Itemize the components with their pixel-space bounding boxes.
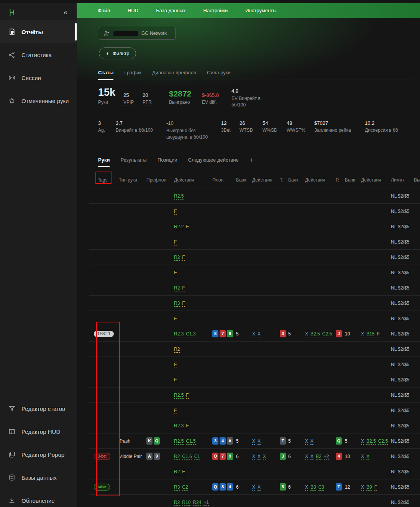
menu-item[interactable]: Файл bbox=[89, 8, 119, 13]
column-header[interactable]: Tags bbox=[89, 177, 118, 183]
action-token[interactable]: R3 bbox=[174, 484, 180, 491]
action-token[interactable]: R2.2 bbox=[174, 224, 184, 230]
action-token[interactable]: X bbox=[252, 484, 255, 491]
sidebar-item-редактор-popup[interactable]: Редактор Popup bbox=[0, 443, 77, 466]
action-token[interactable]: F bbox=[186, 224, 189, 230]
action-token[interactable]: F bbox=[182, 285, 185, 291]
result-tab[interactable]: Руки bbox=[98, 157, 110, 167]
action-token[interactable]: +1 bbox=[203, 500, 209, 506]
column-header[interactable]: Банк bbox=[287, 177, 304, 183]
action-token[interactable]: F bbox=[174, 408, 177, 414]
hand-row[interactable]: R2FNL $2/$5 bbox=[89, 280, 420, 295]
action-token[interactable]: X bbox=[361, 438, 364, 445]
sidebar-item-отчёты[interactable]: Отчёты bbox=[0, 20, 77, 43]
sidebar-collapse-button[interactable]: « bbox=[64, 8, 67, 16]
action-token[interactable]: C1 bbox=[194, 454, 200, 460]
action-token[interactable]: R2.5 bbox=[174, 193, 184, 200]
action-token[interactable]: F bbox=[174, 239, 177, 245]
action-token[interactable]: F bbox=[374, 484, 377, 491]
action-token[interactable]: C1.3 bbox=[186, 331, 195, 337]
action-token[interactable]: X bbox=[310, 438, 313, 445]
action-token[interactable]: C2.5 bbox=[378, 438, 388, 445]
action-token[interactable]: R2 bbox=[174, 469, 180, 475]
action-token[interactable]: X bbox=[366, 454, 369, 460]
action-token[interactable]: C2 bbox=[182, 484, 188, 491]
menu-item[interactable]: HUD bbox=[119, 8, 147, 13]
action-token[interactable]: X bbox=[305, 438, 308, 445]
action-token[interactable]: X bbox=[305, 454, 308, 460]
sidebar-item-отмеченные-руки[interactable]: Отмеченные руки bbox=[0, 89, 77, 112]
sidebar-item-обновление[interactable]: Обновление bbox=[0, 489, 77, 507]
hand-row[interactable]: R2.3FNL $2/$5 bbox=[89, 418, 420, 433]
menu-item[interactable]: Настройки bbox=[195, 8, 237, 13]
action-token[interactable]: C1.5 bbox=[186, 438, 195, 445]
column-header[interactable]: Р. bbox=[335, 177, 344, 183]
hand-row[interactable]: FNL $2/$5 bbox=[89, 357, 420, 372]
column-header[interactable]: Префлоп bbox=[146, 177, 173, 183]
action-token[interactable]: R24 bbox=[193, 500, 201, 506]
action-token[interactable]: F bbox=[377, 331, 379, 337]
action-token[interactable]: C2.5 bbox=[322, 331, 332, 337]
action-token[interactable]: F bbox=[186, 423, 189, 429]
action-token[interactable]: X bbox=[305, 484, 308, 491]
action-token[interactable]: B3 bbox=[310, 484, 316, 491]
sidebar-item-базы-данных[interactable]: Базы данных bbox=[0, 466, 77, 489]
column-header[interactable]: Банк bbox=[344, 177, 360, 183]
action-token[interactable]: F bbox=[182, 301, 185, 307]
action-token[interactable]: X bbox=[361, 454, 364, 460]
sidebar-item-статистика[interactable]: Статистика bbox=[0, 43, 77, 66]
view-tab[interactable]: Диапазон префлоп bbox=[152, 70, 196, 80]
action-token[interactable]: F bbox=[182, 469, 185, 475]
add-tab-button[interactable]: + bbox=[249, 156, 253, 167]
stat-label[interactable]: VPIP bbox=[123, 100, 134, 105]
hand-row[interactable]: FNL $2/$5 bbox=[89, 265, 420, 280]
action-token[interactable]: B2.5 bbox=[366, 438, 376, 445]
hand-row[interactable]: R2R10R24+1NL $2/$5 bbox=[89, 494, 420, 507]
action-token[interactable]: F bbox=[174, 362, 177, 368]
action-token[interactable]: R2 bbox=[174, 500, 180, 506]
action-token[interactable]: B9 bbox=[366, 484, 372, 491]
view-tab[interactable]: Статы bbox=[98, 70, 113, 80]
hand-row[interactable]: R2FNL $2/$5 bbox=[89, 249, 420, 265]
action-token[interactable]: F bbox=[174, 377, 177, 383]
account-selector[interactable]: GG Network bbox=[99, 27, 176, 40]
action-token[interactable]: F bbox=[174, 270, 177, 276]
action-token[interactable]: X bbox=[252, 331, 255, 337]
action-token[interactable]: X bbox=[361, 484, 364, 491]
tag-badge[interactable]: 3-bet bbox=[94, 453, 110, 460]
column-header[interactable]: Тип руки bbox=[118, 177, 146, 183]
action-token[interactable]: R2 bbox=[174, 255, 180, 261]
column-header[interactable]: Вы bbox=[413, 177, 420, 183]
view-tab[interactable]: Сила руки bbox=[207, 70, 231, 80]
action-token[interactable]: C1.6 bbox=[182, 454, 192, 460]
action-token[interactable]: X bbox=[361, 331, 364, 337]
action-token[interactable]: X bbox=[310, 454, 313, 460]
action-token[interactable]: X bbox=[258, 484, 261, 491]
action-token[interactable]: X bbox=[252, 438, 255, 445]
action-token[interactable]: R2.5 bbox=[174, 438, 184, 445]
action-token[interactable]: X bbox=[252, 454, 255, 460]
action-token[interactable]: R2.3 bbox=[174, 331, 184, 337]
column-header[interactable]: Действия bbox=[360, 177, 390, 183]
action-token[interactable]: X bbox=[258, 438, 261, 445]
action-token[interactable]: F bbox=[174, 209, 177, 215]
hand-row[interactable]: R2.5NL $2/$5 bbox=[89, 188, 420, 203]
hand-row[interactable]: FNL $2/$5 bbox=[89, 311, 420, 326]
hand-row[interactable]: R2.2FNL $2/$5 bbox=[89, 219, 420, 234]
filter-button[interactable]: + Фильтр bbox=[99, 47, 136, 59]
sidebar-item-сессии[interactable]: Сессии bbox=[0, 66, 77, 89]
hand-row[interactable]: R2NL $2/$5 bbox=[89, 341, 420, 357]
action-token[interactable]: R2 bbox=[174, 347, 180, 353]
action-token[interactable]: X bbox=[258, 331, 261, 337]
action-token[interactable]: +2 bbox=[324, 454, 329, 460]
sidebar-item-редактор-статов[interactable]: Редактор статов bbox=[0, 397, 77, 420]
stat-label[interactable]: 3Bet bbox=[221, 128, 231, 133]
action-token[interactable]: R2 bbox=[174, 285, 180, 291]
column-header[interactable]: Т. bbox=[279, 177, 287, 183]
stat-label[interactable]: WTSD bbox=[240, 128, 253, 133]
column-header[interactable]: Флоп bbox=[212, 177, 235, 183]
result-tab[interactable]: Позиции bbox=[158, 157, 177, 167]
menu-item[interactable]: Инструменты bbox=[236, 8, 285, 13]
result-tab[interactable]: Результаты bbox=[120, 157, 146, 167]
action-token[interactable]: X bbox=[305, 331, 308, 337]
